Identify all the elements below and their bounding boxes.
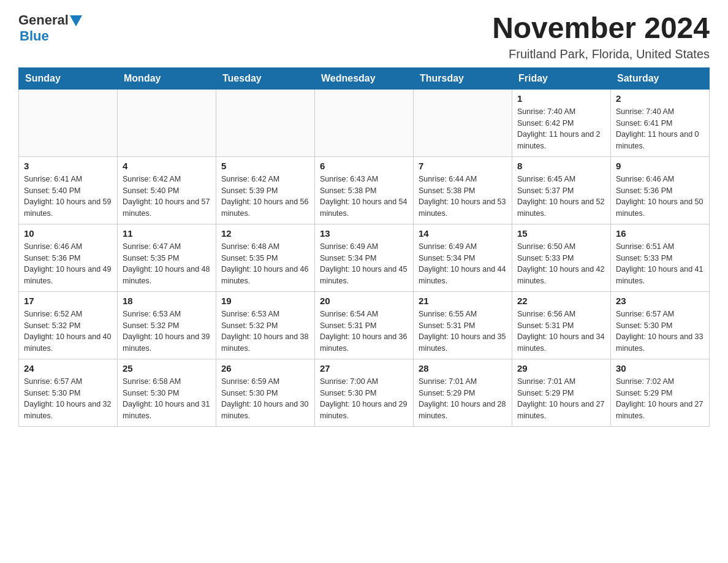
day-number: 9 [616,161,704,171]
calendar-cell: 25Sunrise: 6:58 AMSunset: 5:30 PMDayligh… [118,359,216,426]
calendar-week-row: 24Sunrise: 6:57 AMSunset: 5:30 PMDayligh… [19,359,710,426]
logo-triangle-icon [70,15,82,26]
calendar-cell: 18Sunrise: 6:53 AMSunset: 5:32 PMDayligh… [118,291,216,359]
day-info: Sunrise: 6:49 AMSunset: 5:34 PMDaylight:… [320,241,408,287]
calendar-cell: 28Sunrise: 7:01 AMSunset: 5:29 PMDayligh… [414,359,512,426]
day-number: 27 [320,363,408,373]
weekday-header-thursday: Thursday [414,67,512,89]
weekday-header-tuesday: Tuesday [216,67,315,89]
calendar-cell: 16Sunrise: 6:51 AMSunset: 5:33 PMDayligh… [611,224,710,291]
calendar-cell: 30Sunrise: 7:02 AMSunset: 5:29 PMDayligh… [611,359,710,426]
day-info: Sunrise: 7:40 AMSunset: 6:41 PMDaylight:… [616,106,704,152]
calendar-cell: 14Sunrise: 6:49 AMSunset: 5:34 PMDayligh… [414,224,512,291]
weekday-header-sunday: Sunday [19,67,118,89]
calendar-cell [118,89,216,156]
calendar-cell: 8Sunrise: 6:45 AMSunset: 5:37 PMDaylight… [512,156,611,224]
day-info: Sunrise: 6:45 AMSunset: 5:37 PMDaylight:… [517,174,605,220]
day-info: Sunrise: 6:48 AMSunset: 5:35 PMDaylight:… [221,241,309,287]
calendar-cell [315,89,414,156]
calendar-cell: 26Sunrise: 6:59 AMSunset: 5:30 PMDayligh… [216,359,315,426]
location: Fruitland Park, Florida, United States [492,47,710,61]
day-number: 11 [123,228,211,239]
calendar-cell: 27Sunrise: 7:00 AMSunset: 5:30 PMDayligh… [315,359,414,426]
day-info: Sunrise: 7:01 AMSunset: 5:29 PMDaylight:… [419,376,507,422]
day-number: 17 [24,296,112,306]
calendar-week-row: 10Sunrise: 6:46 AMSunset: 5:36 PMDayligh… [19,224,710,291]
day-info: Sunrise: 6:56 AMSunset: 5:31 PMDaylight:… [517,308,605,354]
day-number: 4 [123,161,211,171]
day-number: 13 [320,228,408,239]
day-info: Sunrise: 6:53 AMSunset: 5:32 PMDaylight:… [221,308,309,354]
day-info: Sunrise: 6:57 AMSunset: 5:30 PMDaylight:… [616,308,704,354]
day-info: Sunrise: 6:41 AMSunset: 5:40 PMDaylight:… [24,174,112,220]
calendar-table: SundayMondayTuesdayWednesdayThursdayFrid… [18,67,710,427]
calendar-cell: 4Sunrise: 6:42 AMSunset: 5:40 PMDaylight… [118,156,216,224]
day-number: 6 [320,161,408,171]
calendar-cell: 15Sunrise: 6:50 AMSunset: 5:33 PMDayligh… [512,224,611,291]
logo: General Blue [18,12,82,44]
day-info: Sunrise: 6:53 AMSunset: 5:32 PMDaylight:… [123,308,211,354]
weekday-header-friday: Friday [512,67,611,89]
calendar-cell: 17Sunrise: 6:52 AMSunset: 5:32 PMDayligh… [19,291,118,359]
day-number: 7 [419,161,507,171]
day-number: 3 [24,161,112,171]
day-info: Sunrise: 6:47 AMSunset: 5:35 PMDaylight:… [123,241,211,287]
day-number: 18 [123,296,211,306]
calendar-cell: 12Sunrise: 6:48 AMSunset: 5:35 PMDayligh… [216,224,315,291]
logo-blue: Blue [20,28,49,44]
day-number: 23 [616,296,704,306]
day-info: Sunrise: 6:42 AMSunset: 5:40 PMDaylight:… [123,174,211,220]
day-number: 5 [221,161,309,171]
calendar-cell: 3Sunrise: 6:41 AMSunset: 5:40 PMDaylight… [19,156,118,224]
day-info: Sunrise: 6:42 AMSunset: 5:39 PMDaylight:… [221,174,309,220]
day-info: Sunrise: 6:46 AMSunset: 5:36 PMDaylight:… [616,174,704,220]
day-info: Sunrise: 6:58 AMSunset: 5:30 PMDaylight:… [123,376,211,422]
weekday-header-monday: Monday [118,67,216,89]
day-info: Sunrise: 6:44 AMSunset: 5:38 PMDaylight:… [419,174,507,220]
day-info: Sunrise: 6:46 AMSunset: 5:36 PMDaylight:… [24,241,112,287]
day-info: Sunrise: 7:02 AMSunset: 5:29 PMDaylight:… [616,376,704,422]
day-number: 28 [419,363,507,373]
day-number: 29 [517,363,605,373]
day-number: 12 [221,228,309,239]
weekday-header-saturday: Saturday [611,67,710,89]
month-title: November 2024 [492,12,710,45]
calendar-cell: 5Sunrise: 6:42 AMSunset: 5:39 PMDaylight… [216,156,315,224]
day-number: 21 [419,296,507,306]
calendar-cell: 29Sunrise: 7:01 AMSunset: 5:29 PMDayligh… [512,359,611,426]
calendar-cell: 19Sunrise: 6:53 AMSunset: 5:32 PMDayligh… [216,291,315,359]
day-info: Sunrise: 6:55 AMSunset: 5:31 PMDaylight:… [419,308,507,354]
day-number: 15 [517,228,605,239]
day-number: 2 [616,93,704,104]
day-number: 16 [616,228,704,239]
calendar-cell: 1Sunrise: 7:40 AMSunset: 6:42 PMDaylight… [512,89,611,156]
page-header: General Blue November 2024 Fruitland Par… [18,12,710,61]
day-info: Sunrise: 7:40 AMSunset: 6:42 PMDaylight:… [517,106,605,152]
day-info: Sunrise: 6:51 AMSunset: 5:33 PMDaylight:… [616,241,704,287]
day-info: Sunrise: 6:54 AMSunset: 5:31 PMDaylight:… [320,308,408,354]
calendar-week-row: 3Sunrise: 6:41 AMSunset: 5:40 PMDaylight… [19,156,710,224]
weekday-header-wednesday: Wednesday [315,67,414,89]
calendar-cell: 13Sunrise: 6:49 AMSunset: 5:34 PMDayligh… [315,224,414,291]
calendar-cell: 22Sunrise: 6:56 AMSunset: 5:31 PMDayligh… [512,291,611,359]
calendar-cell: 11Sunrise: 6:47 AMSunset: 5:35 PMDayligh… [118,224,216,291]
day-info: Sunrise: 7:01 AMSunset: 5:29 PMDaylight:… [517,376,605,422]
calendar-cell: 10Sunrise: 6:46 AMSunset: 5:36 PMDayligh… [19,224,118,291]
calendar-cell: 20Sunrise: 6:54 AMSunset: 5:31 PMDayligh… [315,291,414,359]
calendar-cell: 2Sunrise: 7:40 AMSunset: 6:41 PMDaylight… [611,89,710,156]
logo-general: General [18,12,69,28]
svg-marker-0 [70,15,82,26]
calendar-week-row: 17Sunrise: 6:52 AMSunset: 5:32 PMDayligh… [19,291,710,359]
calendar-cell: 24Sunrise: 6:57 AMSunset: 5:30 PMDayligh… [19,359,118,426]
day-info: Sunrise: 6:52 AMSunset: 5:32 PMDaylight:… [24,308,112,354]
day-number: 30 [616,363,704,373]
day-number: 25 [123,363,211,373]
calendar-cell [19,89,118,156]
calendar-cell: 23Sunrise: 6:57 AMSunset: 5:30 PMDayligh… [611,291,710,359]
day-number: 10 [24,228,112,239]
day-info: Sunrise: 7:00 AMSunset: 5:30 PMDaylight:… [320,376,408,422]
calendar-cell [414,89,512,156]
day-info: Sunrise: 6:50 AMSunset: 5:33 PMDaylight:… [517,241,605,287]
day-number: 19 [221,296,309,306]
day-info: Sunrise: 6:43 AMSunset: 5:38 PMDaylight:… [320,174,408,220]
